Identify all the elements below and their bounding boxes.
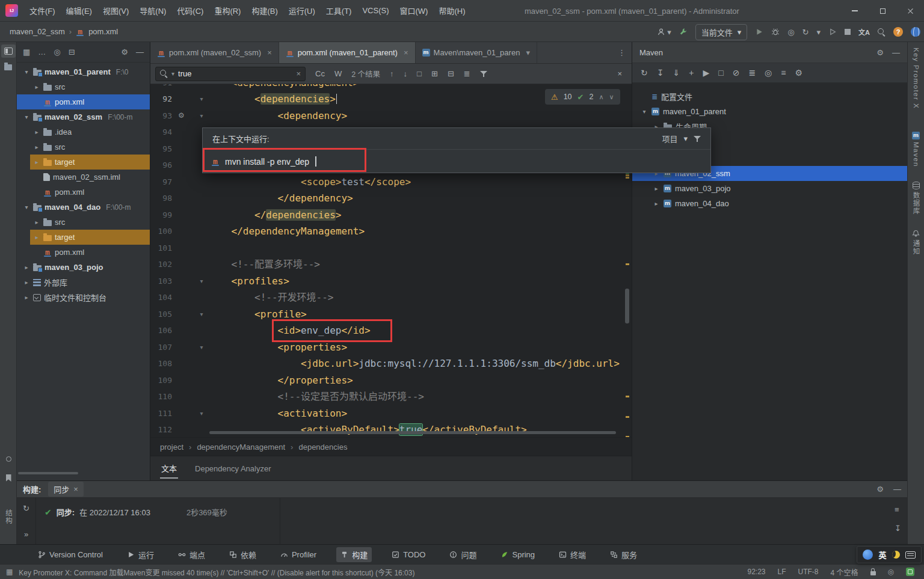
tool-window-button-服务[interactable]: 服务	[606, 547, 641, 562]
tool-window-button-端点[interactable]: 端点	[174, 547, 209, 562]
close-find-bar-icon[interactable]: ×	[617, 69, 622, 78]
notifications-tool-window-button[interactable]: 通知	[909, 227, 923, 259]
code-line[interactable]: <jdbc.url>jdbc:mysql://127.1.1.1:3306/ss…	[208, 355, 620, 372]
refresh-icon[interactable]: ↻	[23, 504, 29, 513]
tool-window-button-问题[interactable]: 问题	[445, 547, 481, 562]
minimize-button[interactable]	[841, 0, 869, 22]
expand-icon[interactable]: »	[24, 530, 28, 539]
chevron-down-icon[interactable]: ▾	[23, 204, 30, 210]
hide-panel-icon[interactable]: —	[892, 48, 900, 57]
tool-window-button-Spring[interactable]: Spring	[496, 548, 539, 561]
search-options-button[interactable]: ≣	[464, 69, 470, 78]
tool-window-button-Version Control[interactable]: Version Control	[34, 548, 107, 561]
gear-icon[interactable]: ⚙	[876, 485, 884, 494]
tab-dependency-analyzer[interactable]: Dependency Analyzer	[194, 461, 272, 477]
code-line[interactable]: <dependency>	[208, 108, 347, 124]
code-line[interactable]: <dependencies>	[208, 91, 337, 108]
gear-icon[interactable]: ⚙	[876, 48, 884, 57]
menu-icon[interactable]: ≡	[781, 68, 786, 78]
ime-logo-icon[interactable]	[863, 550, 873, 560]
chevron-right-icon[interactable]: ▸	[33, 144, 40, 150]
list-icon[interactable]: ≣	[748, 68, 756, 78]
maven-tree-item-maven_01_parent[interactable]: ▾maven_01_parent	[632, 104, 907, 119]
run-maven-icon[interactable]: ▶	[703, 68, 709, 78]
sync-tab[interactable]: 同步 ×	[48, 482, 84, 497]
breadcrumb-item[interactable]: dependencyManagement	[197, 443, 285, 452]
ime-language-mode[interactable]: 英	[878, 549, 886, 560]
tree-item-target[interactable]: ▸target	[17, 230, 150, 245]
lock-icon[interactable]	[870, 571, 876, 575]
search-everywhere-button[interactable]	[878, 28, 886, 36]
chevron-right-icon[interactable]: ▸	[33, 159, 40, 165]
tree-item-临时文件和控制台[interactable]: ▸临时文件和控制台	[17, 290, 150, 305]
chevron-down-icon[interactable]: ▾	[23, 69, 30, 75]
select-all-matches-button[interactable]: □	[417, 69, 422, 78]
maven-tree-item-maven_04_dao[interactable]: ▸maven_04_dao	[632, 196, 907, 211]
fold-marker-icon[interactable]: ▾	[197, 339, 206, 356]
chevron-down-icon[interactable]: ▾	[641, 108, 648, 115]
code-line[interactable]: <!--设定是否为默认启动环境-->	[208, 388, 424, 405]
next-problem-icon[interactable]: ∨	[609, 93, 614, 101]
debug-button[interactable]	[771, 28, 780, 36]
tool-window-button-Profiler[interactable]: Profiler	[276, 548, 321, 561]
editor-tab[interactable]: pom.xml (maven_01_parent)×	[279, 42, 416, 63]
breadcrumb-item[interactable]: dependencies	[298, 443, 347, 452]
add-selection-button[interactable]: ⊞	[431, 69, 438, 78]
tree-item-src[interactable]: ▸src	[17, 139, 150, 155]
gear-icon[interactable]: ⚙	[178, 108, 185, 124]
tree-item-maven_02_ssm.iml[interactable]: maven_02_ssm.iml	[17, 170, 150, 185]
chevron-down-icon[interactable]: ▾	[526, 48, 530, 57]
scroll-to-end-icon[interactable]: ↧	[895, 524, 901, 533]
build-project-button[interactable]	[679, 28, 688, 36]
chevron-down-icon[interactable]: ▾	[23, 114, 30, 120]
scrollbar-thumb[interactable]	[625, 289, 629, 323]
more-icon[interactable]: …	[38, 47, 46, 57]
tree-item-target[interactable]: ▸target	[17, 155, 150, 170]
pin-tool-window-button[interactable]	[1, 453, 16, 465]
tree-item-maven_04_dao[interactable]: ▾maven_04_daoF:\00-m	[17, 200, 150, 215]
hide-panel-icon[interactable]: —	[136, 47, 144, 57]
bookmarks-tool-window-button[interactable]	[1, 471, 16, 485]
locate-file-icon[interactable]: ◎	[54, 47, 60, 57]
fold-marker-icon[interactable]: ▾	[197, 273, 206, 290]
add-icon[interactable]: +	[689, 68, 694, 78]
project-tree-scrollbar[interactable]	[18, 472, 78, 474]
code-line[interactable]: </dependency>	[208, 190, 353, 207]
database-tool-window-button[interactable]: 数据库	[909, 179, 923, 218]
tool-window-button-依赖[interactable]: 依赖	[225, 547, 260, 562]
menu-item[interactable]: 编辑(E)	[61, 0, 97, 21]
close-tab-icon[interactable]: ×	[404, 48, 408, 57]
skip-icon[interactable]: ⊘	[733, 68, 740, 78]
target-icon[interactable]: ◎	[765, 68, 772, 78]
indent-setting[interactable]: 4 个空格	[831, 567, 858, 577]
menu-item[interactable]: 运行(U)	[283, 0, 321, 21]
chevron-right-icon[interactable]: ▸	[23, 264, 30, 271]
maximize-button[interactable]	[869, 0, 896, 22]
menu-item[interactable]: VCS(S)	[357, 0, 394, 21]
gear-icon[interactable]: ⚙	[121, 47, 128, 57]
chevron-right-icon[interactable]: ▸	[653, 185, 660, 192]
code-line[interactable]: <!--配置多环境-->	[208, 256, 320, 273]
code-line[interactable]: </dependencies>	[208, 207, 342, 224]
tree-item-pom.xml[interactable]: pom.xml	[17, 94, 150, 109]
chevron-down-icon[interactable]: ▾	[683, 134, 688, 143]
whole-words-toggle[interactable]: W	[334, 69, 342, 78]
moon-icon[interactable]	[892, 551, 900, 559]
key-promoter-tool-window-button[interactable]: Key Promoter X	[909, 44, 923, 112]
code-line[interactable]: <activation>	[208, 405, 347, 422]
more-tabs-icon[interactable]: ⋮	[612, 42, 632, 63]
project-tool-window-button[interactable]	[1, 44, 16, 58]
filter-icon[interactable]	[694, 135, 701, 142]
close-tab-icon[interactable]: ×	[267, 48, 272, 57]
chevron-right-icon[interactable]: ▸	[33, 219, 40, 225]
tree-item-src[interactable]: ▸src	[17, 215, 150, 230]
code-line[interactable]: </properties>	[208, 372, 353, 389]
tree-item-外部库[interactable]: ▸外部库	[17, 275, 150, 290]
code-line[interactable]: <!--开发环境-->	[208, 289, 333, 306]
project-view-mode-icon[interactable]: ▦	[23, 47, 30, 57]
scrollbar-thumb[interactable]	[209, 431, 616, 434]
globe-icon[interactable]	[911, 27, 920, 37]
previous-problem-icon[interactable]: ∧	[599, 93, 603, 101]
match-case-toggle[interactable]: Cc	[315, 69, 325, 78]
run-outline-button[interactable]	[828, 28, 837, 36]
